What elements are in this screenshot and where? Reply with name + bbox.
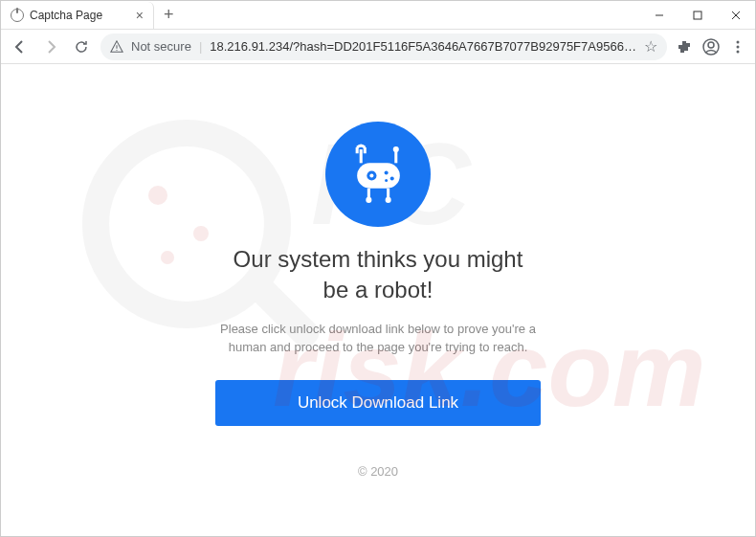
titlebar: Captcha Page × + (1, 1, 755, 30)
svg-point-7 (708, 42, 714, 48)
svg-rect-21 (357, 163, 400, 188)
globe-icon (11, 9, 24, 22)
unlock-download-button[interactable]: Unlock Download Link (215, 380, 541, 426)
new-tab-button[interactable]: + (154, 5, 184, 25)
svg-point-23 (369, 173, 373, 177)
svg-rect-1 (694, 11, 701, 19)
svg-point-12 (148, 186, 167, 205)
svg-point-28 (366, 197, 371, 203)
page-heading: Our system thinks you might be a robot! (233, 244, 523, 303)
svg-point-24 (384, 170, 388, 174)
page-footer: © 2020 (358, 464, 398, 479)
svg-point-8 (737, 40, 740, 43)
warning-icon (110, 40, 123, 54)
tab-title: Captcha Page (30, 9, 102, 22)
forward-button[interactable] (39, 35, 62, 58)
reload-button[interactable] (70, 35, 93, 58)
menu-icon[interactable] (728, 37, 747, 56)
profile-icon[interactable] (701, 37, 721, 56)
address-bar: Not secure | 18.216.91.234/?hash=DD201F5… (1, 30, 755, 64)
browser-tab[interactable]: Captcha Page × (1, 2, 154, 29)
svg-point-20 (392, 146, 398, 152)
window-controls (640, 1, 755, 30)
svg-point-26 (385, 179, 388, 182)
close-icon[interactable]: × (136, 8, 144, 23)
robot-icon (325, 122, 431, 227)
close-window-button[interactable] (717, 1, 755, 30)
security-label: Not secure (131, 39, 191, 54)
url-input[interactable]: Not secure | 18.216.91.234/?hash=DD201F5… (100, 34, 667, 60)
minimize-button[interactable] (640, 1, 678, 30)
svg-point-9 (737, 45, 740, 48)
svg-point-10 (737, 50, 740, 53)
svg-point-5 (116, 49, 117, 50)
browser-window: Captcha Page × + Not secure (0, 0, 756, 537)
maximize-button[interactable] (678, 1, 717, 30)
extensions-icon[interactable] (675, 37, 694, 56)
bookmark-icon[interactable]: ☆ (644, 37, 657, 56)
svg-point-14 (161, 251, 174, 264)
page-content: PC risk.com Our system thi (1, 64, 755, 536)
svg-point-13 (193, 226, 209, 241)
url-text: 18.216.91.234/?hash=DD201F5116F5A3646A76… (210, 39, 636, 54)
page-description: Please click unlock download link below … (215, 320, 541, 357)
back-button[interactable] (9, 35, 32, 58)
svg-point-30 (385, 197, 390, 203)
svg-point-25 (389, 176, 393, 180)
